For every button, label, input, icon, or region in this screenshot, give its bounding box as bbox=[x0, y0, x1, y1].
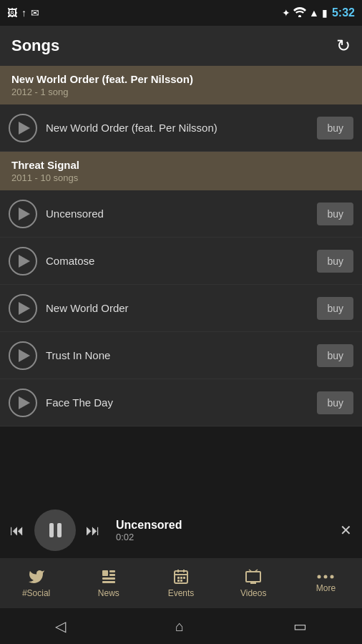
play-button-6[interactable] bbox=[9, 389, 37, 417]
svg-rect-12 bbox=[183, 577, 185, 579]
play-triangle-icon-3 bbox=[19, 255, 30, 268]
album-subtitle-2: 2011 - 10 songs bbox=[11, 172, 351, 183]
svg-point-21 bbox=[324, 575, 328, 579]
play-button-1[interactable] bbox=[9, 114, 37, 142]
nav-item-videos[interactable]: Videos bbox=[217, 568, 290, 598]
play-button-5[interactable] bbox=[9, 341, 37, 370]
song-title-5: Trust In None bbox=[46, 349, 317, 361]
buy-button-2[interactable]: buy bbox=[317, 203, 353, 225]
song-row-5: Trust In None buy bbox=[0, 332, 362, 379]
nav-label-videos: Videos bbox=[240, 588, 266, 598]
album-header-1: New World Order (feat. Per Nilsson) 2012… bbox=[0, 66, 362, 104]
header: Songs ↻ bbox=[0, 26, 362, 66]
svg-rect-14 bbox=[180, 580, 182, 582]
svg-point-20 bbox=[318, 575, 321, 579]
news-icon bbox=[100, 568, 117, 585]
buy-button-4[interactable]: buy bbox=[317, 297, 353, 320]
nav-label-social: #Social bbox=[22, 588, 50, 598]
svg-rect-3 bbox=[109, 574, 115, 576]
buy-button-1[interactable]: buy bbox=[317, 117, 353, 140]
nav-label-news: News bbox=[98, 588, 119, 598]
album-title-1: New World Order (feat. Per Nilsson) bbox=[11, 73, 351, 85]
mail-icon: ✉ bbox=[31, 7, 39, 19]
signal-icon: ▲ bbox=[309, 7, 319, 19]
song-title-1: New World Order (feat. Per Nilsson) bbox=[46, 122, 317, 134]
close-player-button[interactable]: ✕ bbox=[340, 522, 352, 539]
play-triangle-icon-6 bbox=[19, 396, 30, 409]
song-row-1: New World Order (feat. Per Nilsson) buy bbox=[0, 104, 362, 152]
now-playing-info: Uncensored 0:02 bbox=[116, 519, 330, 542]
refresh-button[interactable]: ↻ bbox=[336, 36, 351, 56]
status-bar: 🖼 ↑ ✉ ✦ ▲ ▮ 5:32 bbox=[0, 0, 362, 26]
bottom-nav: #Social News Events bbox=[0, 558, 362, 608]
svg-rect-1 bbox=[102, 570, 108, 576]
play-triangle-icon-2 bbox=[19, 208, 30, 220]
song-title-2: Uncensored bbox=[46, 208, 317, 220]
svg-rect-13 bbox=[177, 580, 180, 582]
buy-button-5[interactable]: buy bbox=[317, 344, 353, 367]
album-header-2: Threat Signal 2011 - 10 songs bbox=[0, 152, 362, 190]
calendar-icon bbox=[172, 568, 190, 585]
home-button[interactable]: ⌂ bbox=[175, 618, 184, 635]
song-row-6: Face The Day buy bbox=[0, 379, 362, 426]
recents-button[interactable]: ▭ bbox=[293, 618, 307, 635]
play-triangle-icon-5 bbox=[19, 349, 30, 362]
image-icon: 🖼 bbox=[7, 7, 17, 19]
buy-button-3[interactable]: buy bbox=[317, 250, 353, 273]
battery-icon: ▮ bbox=[322, 7, 328, 19]
nav-item-news[interactable]: News bbox=[72, 568, 145, 598]
album-subtitle-1: 2012 - 1 song bbox=[11, 87, 351, 97]
svg-rect-11 bbox=[180, 577, 182, 579]
nav-label-more: More bbox=[316, 583, 336, 593]
svg-point-22 bbox=[331, 575, 334, 579]
page-title: Songs bbox=[11, 36, 59, 55]
forward-button[interactable]: ⏭ bbox=[86, 522, 100, 539]
svg-rect-2 bbox=[109, 570, 115, 572]
song-row-3: Comatose buy bbox=[0, 238, 362, 285]
tv-icon bbox=[245, 568, 262, 585]
svg-rect-5 bbox=[102, 581, 115, 583]
play-button-2[interactable] bbox=[9, 200, 37, 228]
now-playing-bar: ⏮ ⏭ Uncensored 0:02 ✕ bbox=[0, 502, 362, 558]
song-row-4: New World Order buy bbox=[0, 285, 362, 332]
buy-button-6[interactable]: buy bbox=[317, 391, 353, 414]
now-playing-time: 0:02 bbox=[116, 532, 330, 542]
nav-item-events[interactable]: Events bbox=[145, 568, 217, 598]
upload-icon: ↑ bbox=[21, 7, 26, 19]
nav-item-more[interactable]: More bbox=[290, 573, 362, 593]
song-row-2: Uncensored buy bbox=[0, 190, 362, 238]
status-time: 5:32 bbox=[332, 6, 355, 19]
song-title-3: Comatose bbox=[46, 255, 317, 267]
album-title-2: Threat Signal bbox=[11, 159, 351, 171]
svg-point-0 bbox=[298, 15, 301, 17]
pause-button[interactable] bbox=[34, 509, 76, 551]
pause-icon bbox=[49, 523, 62, 537]
now-playing-title: Uncensored bbox=[116, 519, 330, 532]
nav-item-social[interactable]: #Social bbox=[0, 568, 72, 598]
play-triangle-icon-1 bbox=[19, 122, 30, 135]
wifi-icon bbox=[293, 7, 306, 19]
song-title-4: New World Order bbox=[46, 302, 317, 314]
svg-rect-4 bbox=[102, 577, 115, 580]
nav-label-events: Events bbox=[168, 588, 195, 598]
song-title-6: Face The Day bbox=[46, 396, 317, 409]
bluetooth-icon: ✦ bbox=[282, 7, 290, 19]
svg-rect-15 bbox=[246, 572, 260, 582]
twitter-icon bbox=[28, 568, 45, 585]
system-nav: ◁ ⌂ ▭ bbox=[0, 608, 362, 644]
play-triangle-icon-4 bbox=[19, 302, 30, 315]
dots-icon bbox=[317, 573, 334, 580]
play-button-3[interactable] bbox=[9, 247, 37, 275]
back-button[interactable]: ◁ bbox=[55, 618, 66, 635]
rewind-button[interactable]: ⏮ bbox=[10, 522, 24, 539]
play-button-4[interactable] bbox=[9, 294, 37, 323]
svg-rect-10 bbox=[177, 577, 180, 579]
